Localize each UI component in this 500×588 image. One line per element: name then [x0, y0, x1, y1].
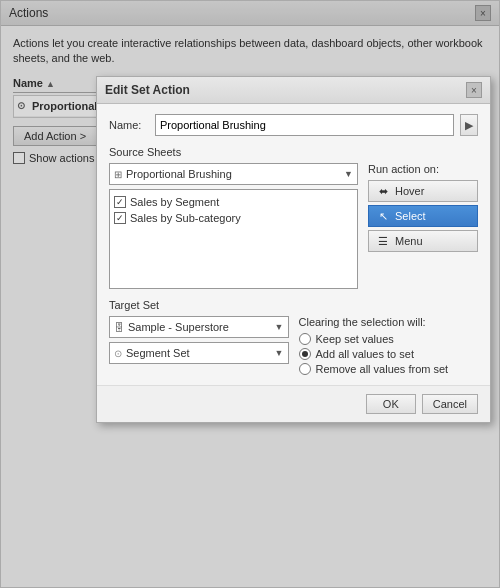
select-button[interactable]: ↖ Select [368, 205, 478, 227]
sheet-checkbox-1[interactable] [114, 212, 126, 224]
name-label: Name: [109, 119, 149, 131]
target-row: 🗄 Sample - Superstore ▼ ⊙ Segment Set ▼ [109, 316, 478, 375]
clearing-section: Clearing the selection will: Keep set va… [299, 316, 479, 375]
hover-icon: ⬌ [375, 184, 391, 198]
set-dropdown-text: Segment Set [126, 347, 271, 359]
run-button-group: ⬌ Hover ↖ Select ☰ Menu [368, 180, 478, 252]
set-dropdown[interactable]: ⊙ Segment Set ▼ [109, 342, 289, 364]
actions-window: Actions × Actions let you create interac… [0, 0, 500, 588]
dialog-close-button[interactable]: × [466, 82, 482, 98]
dialog-footer: OK Cancel [97, 385, 490, 422]
select-icon: ↖ [375, 209, 391, 223]
target-set-label: Target Set [109, 299, 478, 311]
target-set-section: Target Set 🗄 Sample - Superstore ▼ ⊙ [109, 299, 478, 375]
sheet-label-0: Sales by Segment [130, 196, 219, 208]
grid-icon: ⊞ [114, 169, 122, 180]
dialog-title: Edit Set Action [105, 83, 190, 97]
radio-item-1[interactable]: Add all values to set [299, 348, 479, 360]
dialog-body: Name: ▶ Source Sheets ⊞ Proportional Bru… [97, 104, 490, 385]
content-row: ⊞ Proportional Brushing ▼ Sales by Segme… [109, 163, 478, 289]
left-panel: ⊞ Proportional Brushing ▼ Sales by Segme… [109, 163, 358, 289]
dialog-titlebar: Edit Set Action × [97, 77, 490, 104]
sheet-checkbox-0[interactable] [114, 196, 126, 208]
radio-circle-2[interactable] [299, 363, 311, 375]
sheet-item-0[interactable]: Sales by Segment [114, 194, 353, 210]
datasource-dropdown-arrow-icon: ▼ [275, 322, 284, 332]
name-arrow-button[interactable]: ▶ [460, 114, 478, 136]
sheet-label-1: Sales by Sub-category [130, 212, 241, 224]
radio-label-1: Add all values to set [316, 348, 414, 360]
datasource-dropdown[interactable]: 🗄 Sample - Superstore ▼ [109, 316, 289, 338]
name-row: Name: ▶ [109, 114, 478, 136]
source-dropdown-text: Proportional Brushing [126, 168, 340, 180]
menu-icon: ☰ [375, 234, 391, 248]
source-dropdown[interactable]: ⊞ Proportional Brushing ▼ [109, 163, 358, 185]
hover-button[interactable]: ⬌ Hover [368, 180, 478, 202]
radio-label-0: Keep set values [316, 333, 394, 345]
radio-group: Keep set values Add all values to set Re… [299, 333, 479, 375]
name-input[interactable] [155, 114, 454, 136]
radio-label-2: Remove all values from set [316, 363, 449, 375]
target-left: 🗄 Sample - Superstore ▼ ⊙ Segment Set ▼ [109, 316, 289, 375]
ok-button[interactable]: OK [366, 394, 416, 414]
source-sheets-label: Source Sheets [109, 146, 478, 158]
sheets-list: Sales by Segment Sales by Sub-category [109, 189, 358, 289]
cancel-button[interactable]: Cancel [422, 394, 478, 414]
radio-item-2[interactable]: Remove all values from set [299, 363, 479, 375]
right-panel: Run action on: ⬌ Hover ↖ Select [368, 163, 478, 289]
set-dropdown-arrow-icon: ▼ [275, 348, 284, 358]
run-action-label: Run action on: [368, 163, 478, 175]
radio-circle-1[interactable] [299, 348, 311, 360]
clearing-label: Clearing the selection will: [299, 316, 479, 328]
set-icon: ⊙ [114, 348, 122, 359]
datasource-dropdown-text: Sample - Superstore [128, 321, 271, 333]
sheet-item-1[interactable]: Sales by Sub-category [114, 210, 353, 226]
radio-item-0[interactable]: Keep set values [299, 333, 479, 345]
edit-set-action-dialog: Edit Set Action × Name: ▶ Source Sheets … [96, 76, 491, 423]
source-dropdown-arrow-icon: ▼ [344, 169, 353, 179]
menu-button[interactable]: ☰ Menu [368, 230, 478, 252]
radio-circle-0[interactable] [299, 333, 311, 345]
datasource-icon: 🗄 [114, 322, 124, 333]
